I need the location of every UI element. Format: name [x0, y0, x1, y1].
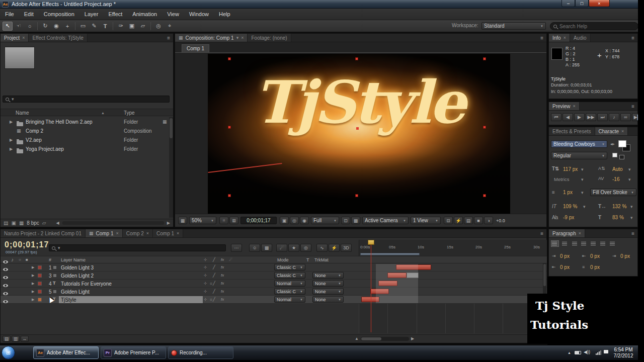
twirl-icon[interactable]: ▶	[32, 274, 34, 278]
magnification-dropdown[interactable]: 50% ▼	[189, 217, 216, 224]
safe-areas-icon[interactable]: ⌗	[219, 217, 228, 224]
timeline-timecode[interactable]: 0;00;01;17	[5, 240, 49, 249]
view-layout-dropdown[interactable]: 1 View ▼	[411, 217, 441, 224]
time-ruler[interactable]: 0:00s 05s 10s 15s 20s 25s 30s	[359, 240, 547, 256]
taskbar-app-after-effects[interactable]: Ae Adobe After Effec...	[33, 346, 99, 359]
panel-menu-icon[interactable]: ≡	[537, 35, 546, 41]
brush-tool-icon[interactable]: ✑	[116, 22, 126, 31]
project-search-box[interactable]: ▾	[3, 96, 170, 103]
layer-row[interactable]: ▶ 3 Golden Light 2 ⊹ ╱ fx Classic C ▼ No…	[1, 272, 547, 280]
eye-icon[interactable]	[3, 284, 8, 287]
quality-switch-icon[interactable]: ╱	[213, 289, 215, 294]
eye-icon[interactable]	[3, 292, 8, 295]
anchor-point[interactable]	[356, 127, 359, 130]
menu-edit[interactable]: Edit	[19, 9, 39, 20]
action-center-flag-icon[interactable]	[604, 350, 608, 353]
panel-menu-icon[interactable]: ≡	[628, 35, 637, 41]
workspace-dropdown[interactable]: Standard ▼	[481, 22, 546, 30]
taskbar-app-premiere[interactable]: Pr Adobe Premiere P...	[101, 346, 166, 359]
pen-tool-icon[interactable]: ✎	[89, 22, 99, 31]
eye-icon[interactable]	[3, 276, 8, 279]
column-type[interactable]: Type	[124, 110, 135, 116]
next-frame-icon[interactable]: ▶▶	[586, 113, 596, 121]
chevron-down-icon[interactable]: ▾	[628, 167, 631, 172]
label-chip[interactable]	[38, 298, 42, 302]
pan-behind-tool-icon[interactable]: +	[62, 22, 72, 31]
comp-viewport[interactable]: TjStyle	[208, 54, 510, 214]
puppet-pin-tool-icon[interactable]: ◎	[153, 22, 164, 31]
toggle-inout-icon[interactable]: ↔	[21, 336, 29, 342]
hand-tool-icon[interactable]: ☜	[14, 22, 24, 31]
loop-icon[interactable]: ∞	[620, 113, 631, 121]
space-before-value[interactable]: 0 px	[560, 264, 570, 270]
twirl-icon[interactable]: ▶	[32, 265, 34, 269]
frame-blend-icon[interactable]: ▩	[261, 244, 272, 252]
project-row[interactable]: ▶ V2.aep Folder	[1, 135, 170, 144]
play-icon[interactable]: ▶	[574, 113, 585, 121]
close-icon[interactable]: ×	[579, 231, 581, 236]
layer-name[interactable]: Golden Light	[59, 288, 203, 295]
twirl-icon[interactable]: ▶	[10, 147, 13, 151]
tab-timeline-comp1b[interactable]: Comp 1 ×	[153, 229, 183, 237]
lock-column-icon[interactable]: ■	[26, 257, 28, 262]
fast-preview-icon[interactable]: ⚡	[454, 217, 463, 224]
new-folder-icon[interactable]: ▣	[11, 220, 16, 226]
comp-timecode[interactable]: 0;00;01;17	[240, 217, 277, 224]
rotate-tool-icon[interactable]: ↻	[40, 22, 50, 31]
timeline-search-box[interactable]: ▾	[49, 244, 226, 251]
taskbar-app-recording[interactable]: Recording...	[168, 346, 233, 359]
justify-last-center-icon[interactable]	[589, 240, 597, 247]
reset-exposure-icon[interactable]: ◑	[484, 217, 493, 224]
trash-icon[interactable]: ▱	[42, 220, 46, 226]
chevron-down-icon[interactable]: ▾	[630, 215, 633, 220]
close-icon[interactable]: ×	[146, 231, 149, 236]
selection-handle[interactable]	[228, 126, 231, 129]
tray-expand-icon[interactable]: ▲	[568, 351, 571, 354]
quality-switch-icon[interactable]: ╱	[213, 281, 215, 286]
column-mode[interactable]: Mode	[277, 257, 289, 262]
first-frame-icon[interactable]: ⏮︎	[551, 113, 561, 121]
mode-dropdown[interactable]: Classic C ▼	[274, 272, 305, 279]
kerning-mode-value[interactable]: Metrics	[554, 176, 570, 182]
search-help-input[interactable]	[559, 24, 625, 29]
scroll-left-icon[interactable]: ◀	[56, 221, 59, 225]
justify-last-left-icon[interactable]	[580, 240, 588, 247]
comp-mini-flowchart-icon[interactable]: ⋯	[231, 244, 242, 252]
close-icon[interactable]: ×	[241, 35, 244, 40]
collapse-switch-icon[interactable]: ⊹	[204, 273, 207, 278]
layer-name[interactable]: Golden Light 3	[59, 264, 203, 271]
snapshot-icon[interactable]: ▣	[280, 217, 289, 224]
always-preview-icon[interactable]: ▦	[178, 217, 187, 224]
shape-tool-icon[interactable]: ▭	[78, 22, 88, 31]
label-chip[interactable]	[38, 290, 42, 294]
brainstorm-icon[interactable]: ★	[288, 244, 299, 252]
close-icon[interactable]: ×	[177, 231, 179, 236]
chevron-down-icon[interactable]: ▾	[583, 204, 586, 209]
chevron-down-icon[interactable]: ▾	[628, 177, 631, 182]
menu-file[interactable]: File	[0, 9, 19, 20]
transparency-grid-icon[interactable]: ▩	[351, 217, 360, 224]
column-trkmat[interactable]: TrkMat	[314, 257, 329, 262]
project-row[interactable]: ▦ Comp 2 Composition	[1, 126, 170, 135]
show-snapshot-icon[interactable]: ◎	[290, 217, 299, 224]
exposure-value[interactable]: +0.0	[496, 218, 505, 223]
column-t[interactable]: T	[306, 257, 309, 262]
baseline-shift-value[interactable]: -9 px	[563, 215, 574, 220]
fx-column-icon[interactable]: fx	[221, 257, 224, 262]
tab-preview[interactable]: Preview ×	[549, 102, 580, 110]
mode-dropdown[interactable]: Normal ▼	[274, 280, 305, 287]
new-composition-icon[interactable]: ▦	[19, 220, 24, 226]
current-time-indicator[interactable]	[368, 240, 374, 245]
playhead-line[interactable]	[371, 245, 371, 332]
twirl-icon[interactable]: ▶	[10, 138, 13, 142]
chevron-down-icon[interactable]: ▾	[630, 204, 633, 209]
font-size-value[interactable]: 117 px	[563, 166, 578, 172]
tab-timeline-naruto[interactable]: Naruto Project - 2 Linked Comp 01	[1, 229, 86, 237]
maximize-button[interactable]: □	[575, 0, 589, 7]
volume-icon[interactable]: ◀))	[584, 349, 590, 354]
pixel-aspect-icon[interactable]: ⊟	[444, 217, 453, 224]
close-icon[interactable]: ×	[22, 35, 25, 40]
collapse-switch-icon[interactable]: ⊹	[204, 289, 207, 294]
network-icon[interactable]	[596, 350, 601, 355]
project-scrollbar[interactable]	[169, 117, 173, 218]
